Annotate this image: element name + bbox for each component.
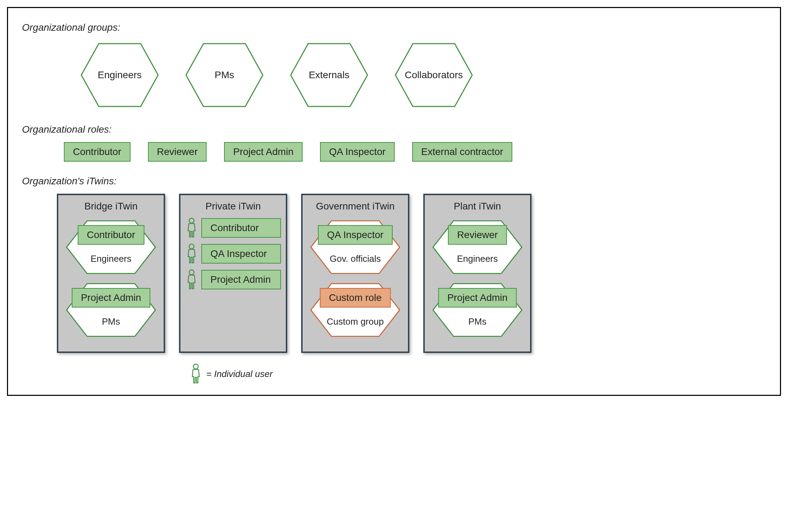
- org-role-badge: Contributor: [64, 142, 131, 162]
- hex-group: ContributorEngineers: [63, 217, 159, 277]
- org-group-label: Engineers: [98, 69, 142, 81]
- hex-group: Project AdminPMs: [63, 280, 159, 340]
- role-badge: QA Inspector: [201, 244, 281, 264]
- org-role-badge: Reviewer: [148, 142, 207, 162]
- role-badge: Reviewer: [448, 225, 507, 245]
- svg-point-7: [189, 244, 194, 249]
- svg-point-8: [189, 270, 194, 275]
- itwins-row: Bridge iTwin ContributorEngineers Projec…: [22, 194, 766, 353]
- person-icon: [185, 217, 198, 238]
- group-name: Engineers: [430, 253, 525, 264]
- org-role-badge: Project Admin: [224, 142, 303, 162]
- person-icon: [185, 243, 198, 264]
- org-role-badge: External contractor: [412, 142, 512, 162]
- org-group-label: Externals: [309, 69, 350, 81]
- role-badge: QA Inspector: [318, 225, 393, 245]
- roles-section-label: Organizational roles:: [22, 124, 766, 135]
- org-group-hexagon: Engineers: [78, 40, 162, 110]
- itwin-title: Bridge iTwin: [63, 201, 159, 212]
- itwin-card: Plant iTwin ReviewerEngineers Project Ad…: [423, 194, 531, 353]
- group-name: Custom group: [307, 316, 403, 327]
- role-badge: Project Admin: [72, 288, 150, 308]
- itwin-card: Private iTwin Contributor QA Inspector P…: [179, 194, 287, 353]
- role-badge: Contributor: [78, 225, 144, 245]
- org-group-label: Collaborators: [405, 69, 463, 81]
- svg-point-13: [193, 364, 198, 369]
- person-icon: [189, 363, 202, 384]
- org-group-hexagon: Externals: [287, 40, 371, 110]
- organizational-roles-row: ContributorReviewerProject AdminQA Inspe…: [22, 142, 766, 162]
- role-badge: Project Admin: [201, 270, 281, 289]
- organizational-groups-row: Engineers PMs Externals Collaborators: [22, 40, 766, 110]
- hex-group: Custom roleCustom group: [307, 280, 403, 340]
- group-name: Engineers: [63, 253, 159, 264]
- itwins-section-label: Organization's iTwins:: [22, 176, 766, 187]
- org-group-hexagon: Collaborators: [392, 40, 476, 110]
- diagram-frame: Organizational groups: Engineers PMs Ext…: [7, 7, 781, 396]
- hex-group: QA InspectorGov. officials: [307, 217, 403, 277]
- hex-group: ReviewerEngineers: [430, 217, 525, 277]
- itwin-card: Government iTwin QA InspectorGov. offici…: [301, 194, 409, 353]
- role-badge: Custom role: [320, 288, 391, 308]
- legend-text: = Individual user: [206, 369, 273, 379]
- groups-section-label: Organizational groups:: [22, 22, 766, 33]
- org-group-hexagon: PMs: [183, 40, 266, 110]
- role-badge: Contributor: [201, 218, 281, 238]
- group-name: Gov. officials: [307, 253, 403, 264]
- org-group-label: PMs: [215, 69, 234, 81]
- itwin-card: Bridge iTwin ContributorEngineers Projec…: [57, 194, 165, 353]
- user-row: Project Admin: [185, 269, 281, 290]
- role-badge: Project Admin: [438, 288, 517, 308]
- group-name: PMs: [63, 316, 159, 327]
- group-name: PMs: [430, 316, 525, 327]
- user-row: QA Inspector: [185, 243, 281, 264]
- itwin-title: Plant iTwin: [430, 201, 525, 212]
- person-icon: [185, 269, 198, 290]
- hex-group: Project AdminPMs: [430, 280, 525, 340]
- svg-point-6: [189, 218, 194, 223]
- itwin-title: Private iTwin: [185, 201, 281, 212]
- legend: = Individual user: [22, 363, 766, 384]
- itwin-title: Government iTwin: [307, 201, 403, 212]
- org-role-badge: QA Inspector: [320, 142, 395, 162]
- user-row: Contributor: [185, 217, 281, 238]
